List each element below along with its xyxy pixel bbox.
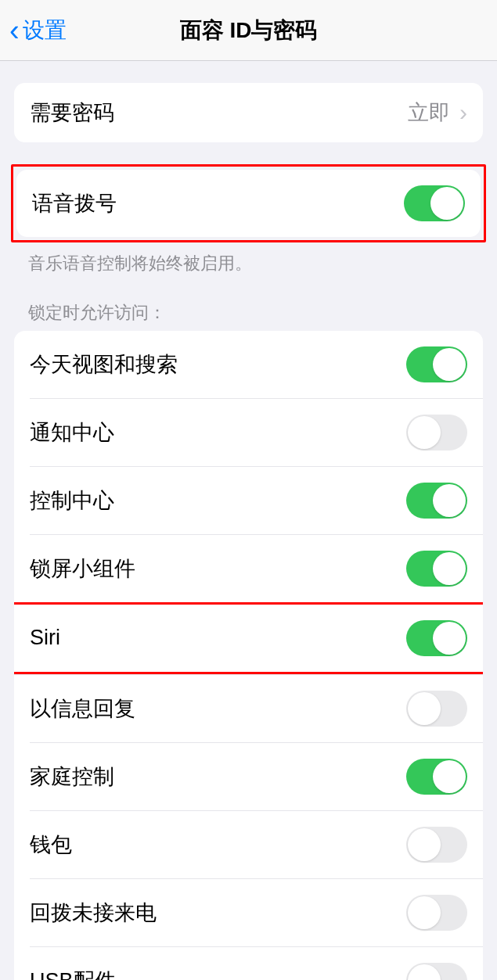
highlight-box-voice-dial: 语音拨号 [11, 164, 486, 242]
allow-access-toggle-7[interactable] [406, 827, 467, 863]
toggle-knob [433, 552, 466, 585]
back-label: 设置 [23, 16, 67, 45]
chevron-right-icon: › [459, 99, 467, 126]
allow-access-label: 以信息回复 [30, 695, 135, 723]
toggle-knob [408, 692, 441, 725]
allow-access-label: 控制中心 [30, 486, 114, 515]
allow-access-toggle-1[interactable] [406, 415, 467, 451]
nav-header: ‹ 设置 面容 ID与密码 [0, 0, 497, 61]
allow-access-toggle-5[interactable] [406, 691, 467, 727]
allow-access-label: 家庭控制 [30, 763, 114, 791]
allow-access-group: 今天视图和搜索通知中心控制中心锁屏小组件Siri以信息回复家庭控制钱包回拨未接来… [14, 331, 483, 980]
allow-access-label: USB配件 [30, 967, 116, 980]
allow-access-row: 家庭控制 [30, 742, 483, 810]
voice-dial-toggle[interactable] [404, 185, 465, 221]
voice-dial-footer: 音乐语音控制将始终被启用。 [0, 242, 497, 276]
toggle-knob [430, 187, 463, 220]
allow-access-label: 今天视图和搜索 [30, 350, 178, 379]
allow-access-row: 锁屏小组件 [30, 534, 483, 602]
toggle-knob [408, 896, 441, 929]
back-button[interactable]: ‹ 设置 [0, 16, 67, 45]
allow-access-label: 锁屏小组件 [30, 555, 135, 583]
allow-access-toggle-0[interactable] [406, 346, 467, 382]
allow-access-row: 今天视图和搜索 [14, 331, 483, 398]
allow-access-toggle-3[interactable] [406, 551, 467, 587]
page-title: 面容 ID与密码 [180, 16, 318, 45]
allow-access-label: 钱包 [30, 831, 72, 859]
toggle-knob [408, 964, 441, 980]
allow-access-label: Siri [30, 626, 60, 650]
toggle-knob [433, 760, 466, 793]
allow-access-label: 通知中心 [30, 418, 114, 447]
allow-access-row: 回拨未接来电 [30, 878, 483, 946]
toggle-knob [433, 622, 466, 655]
allow-access-toggle-4[interactable] [406, 620, 467, 656]
allow-access-toggle-6[interactable] [406, 759, 467, 795]
allow-access-row: 控制中心 [30, 466, 483, 534]
allow-access-toggle-2[interactable] [406, 483, 467, 519]
allow-access-row: 钱包 [30, 810, 483, 878]
require-passcode-row[interactable]: 需要密码 立即 › [14, 83, 483, 142]
allow-access-row: 以信息回复 [14, 674, 483, 742]
toggle-knob [408, 416, 441, 449]
voice-dial-label: 语音拨号 [32, 189, 117, 217]
require-passcode-group: 需要密码 立即 › [14, 83, 483, 142]
allow-access-header: 锁定时允许访问： [0, 276, 497, 331]
highlight-box-siri: Siri [14, 602, 483, 674]
allow-access-toggle-8[interactable] [406, 895, 467, 931]
require-passcode-value: 立即 › [408, 99, 467, 127]
allow-access-row: 通知中心 [30, 398, 483, 466]
toggle-knob [433, 484, 466, 517]
allow-access-label: 回拨未接来电 [30, 899, 157, 927]
toggle-knob [408, 828, 441, 861]
allow-access-toggle-9[interactable] [406, 963, 467, 980]
require-passcode-label: 需要密码 [30, 99, 114, 127]
voice-dial-row: 语音拨号 [16, 170, 481, 237]
toggle-knob [433, 348, 466, 381]
allow-access-row: Siri [14, 605, 483, 672]
chevron-left-icon: ‹ [9, 16, 20, 45]
allow-access-row: USB配件 [30, 946, 483, 980]
